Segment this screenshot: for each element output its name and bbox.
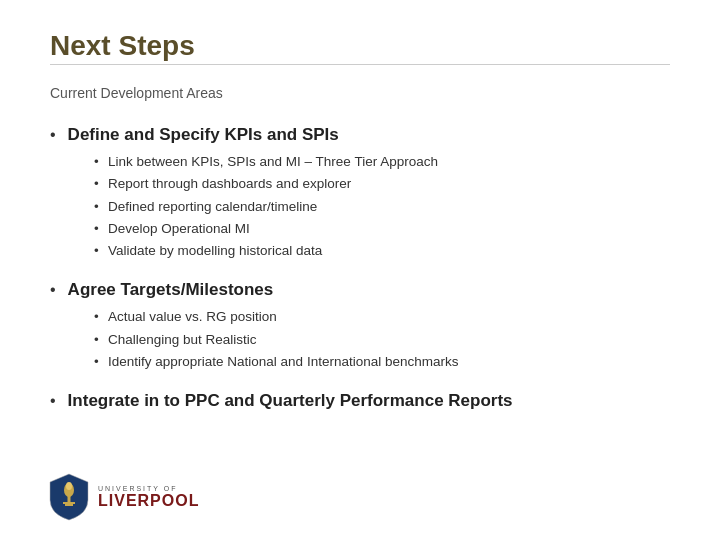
- list-item: Link between KPIs, SPIs and MI – Three T…: [94, 151, 670, 173]
- section-agree-header: • Agree Targets/Milestones: [50, 280, 670, 300]
- list-item: Challenging but Realistic: [94, 329, 670, 351]
- bullet-outer-3: •: [50, 392, 56, 410]
- logo-name-label: LIVERPOOL: [98, 492, 199, 510]
- svg-point-1: [66, 482, 72, 490]
- section-define-header: • Define and Specify KPIs and SPIs: [50, 125, 670, 145]
- svg-rect-2: [68, 494, 71, 502]
- page: Next Steps Current Development Areas • D…: [0, 0, 720, 540]
- section-agree-title: Agree Targets/Milestones: [68, 280, 274, 300]
- list-item: Actual value vs. RG position: [94, 306, 670, 328]
- logo-area: UNIVERSITY OF LIVERPOOL: [48, 472, 199, 522]
- logo-university-label: UNIVERSITY OF: [98, 485, 199, 492]
- section-define-title: Define and Specify KPIs and SPIs: [68, 125, 339, 145]
- section-integrate-header: • Integrate in to PPC and Quarterly Perf…: [50, 391, 670, 411]
- section-integrate-title: Integrate in to PPC and Quarterly Perfor…: [68, 391, 513, 411]
- list-item: Report through dashboards and explorer: [94, 173, 670, 195]
- list-item: Validate by modelling historical data: [94, 240, 670, 262]
- bullet-outer-1: •: [50, 126, 56, 144]
- list-item: Develop Operational MI: [94, 218, 670, 240]
- list-item: Defined reporting calendar/timeline: [94, 196, 670, 218]
- university-shield-icon: [48, 472, 90, 522]
- svg-rect-3: [63, 502, 75, 504]
- page-title: Next Steps: [50, 30, 670, 62]
- divider: [50, 64, 670, 65]
- bullet-outer-2: •: [50, 281, 56, 299]
- section-integrate: • Integrate in to PPC and Quarterly Perf…: [50, 391, 670, 411]
- section-define-list: Link between KPIs, SPIs and MI – Three T…: [94, 151, 670, 262]
- list-item: Identify appropriate National and Intern…: [94, 351, 670, 373]
- section-agree: • Agree Targets/Milestones Actual value …: [50, 280, 670, 373]
- section-agree-list: Actual value vs. RG position Challenging…: [94, 306, 670, 373]
- section-define: • Define and Specify KPIs and SPIs Link …: [50, 125, 670, 262]
- svg-rect-4: [65, 504, 73, 506]
- logo-text: UNIVERSITY OF LIVERPOOL: [98, 485, 199, 510]
- page-subtitle: Current Development Areas: [50, 85, 670, 101]
